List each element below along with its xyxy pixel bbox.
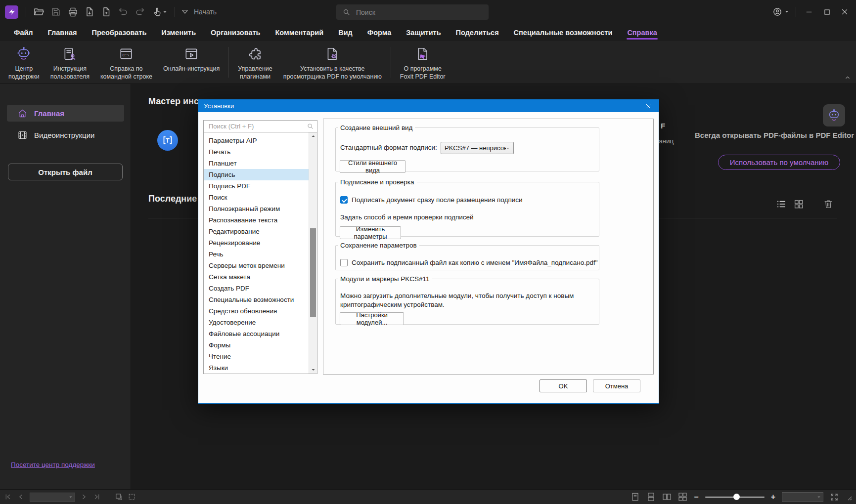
save-icon[interactable]: [48, 4, 63, 19]
list-scrollbar[interactable]: [309, 132, 317, 374]
scroll-down-icon[interactable]: [309, 366, 317, 374]
preferences-search-input[interactable]: [208, 122, 307, 130]
category-item-selected[interactable]: Подпись: [204, 169, 309, 180]
print-icon[interactable]: [65, 4, 80, 19]
signature-format-dropdown[interactable]: PKCS#7 — неприсоедине: [441, 142, 514, 154]
zoom-level-dropdown[interactable]: [782, 492, 823, 502]
cancel-button[interactable]: Отмена: [593, 379, 640, 392]
dialog-close-icon[interactable]: [638, 100, 659, 112]
maximize-icon[interactable]: [818, 4, 835, 19]
export-document-icon[interactable]: [82, 4, 97, 19]
scroll-up-icon[interactable]: [309, 132, 317, 140]
hand-tool-icon[interactable]: [149, 4, 169, 19]
category-item[interactable]: Распознавание текста: [204, 214, 309, 226]
facing-continuous-view-icon[interactable]: [678, 492, 687, 502]
appearance-styles-button[interactable]: Стили внешнего вида: [340, 160, 405, 173]
single-page-view-icon[interactable]: [631, 492, 640, 502]
category-item[interactable]: Поиск: [204, 192, 309, 203]
fullscreen-icon[interactable]: [830, 493, 839, 502]
category-item[interactable]: Серверы меток времени: [204, 260, 309, 271]
command-line-help-button[interactable]: C:\ Справка покомандной строке: [95, 41, 158, 84]
menu-edit[interactable]: Изменить: [154, 25, 203, 40]
trash-icon[interactable]: [822, 198, 834, 210]
menu-home[interactable]: Главная: [41, 25, 85, 40]
category-item[interactable]: Сетка макета: [204, 271, 309, 283]
zoom-out-icon[interactable]: −: [694, 493, 698, 501]
preferences-search-box[interactable]: [203, 120, 317, 132]
last-page-icon[interactable]: [92, 493, 101, 501]
category-item[interactable]: Подпись PDF: [204, 180, 309, 192]
menu-file[interactable]: Файл: [6, 25, 41, 40]
zoom-slider[interactable]: [705, 497, 765, 498]
use-as-default-button[interactable]: Использовать по умолчанию: [718, 155, 840, 170]
redo-icon[interactable]: [133, 4, 147, 19]
sidebar-item-home[interactable]: Главная: [7, 105, 124, 122]
page-number-dropdown[interactable]: [30, 493, 75, 502]
zoom-in-icon[interactable]: +: [771, 493, 775, 501]
category-item[interactable]: Чтение: [204, 351, 309, 362]
category-item[interactable]: Удостоверение: [204, 317, 309, 328]
sidebar-item-video-tutorials[interactable]: Видеоинструкции: [7, 126, 124, 143]
tool-wizard-icon[interactable]: [157, 130, 178, 151]
next-page-icon[interactable]: [80, 493, 88, 501]
dialog-titlebar[interactable]: Установки: [198, 100, 659, 112]
sign-immediately-checkbox[interactable]: [340, 196, 348, 204]
menu-accessibility[interactable]: Специальные возможности: [506, 25, 620, 40]
category-item[interactable]: Редактирование: [204, 226, 309, 237]
menu-protect[interactable]: Защитить: [399, 25, 448, 40]
open-file-icon[interactable]: [32, 4, 46, 19]
menu-convert[interactable]: Преобразовать: [85, 25, 154, 40]
category-item[interactable]: Речь: [204, 249, 309, 260]
snapshot-icon[interactable]: [115, 493, 123, 501]
first-page-icon[interactable]: [4, 493, 12, 501]
close-icon[interactable]: [836, 4, 853, 19]
previous-page-icon[interactable]: [17, 493, 25, 501]
menu-help[interactable]: Справка: [620, 25, 664, 40]
category-item[interactable]: Формы: [204, 339, 309, 351]
about-foxit-button[interactable]: О программеFoxit PDF Editor: [395, 41, 451, 84]
undo-icon[interactable]: [116, 4, 131, 19]
collapse-ribbon-icon[interactable]: [844, 74, 851, 81]
support-center-link[interactable]: Посетите центр поддержки: [11, 461, 95, 468]
module-settings-button[interactable]: Настройки модулей...: [340, 312, 404, 325]
account-icon[interactable]: [769, 4, 791, 19]
change-settings-button[interactable]: Изменить параметры: [340, 226, 401, 239]
category-item[interactable]: Языки: [204, 362, 309, 374]
menu-comment[interactable]: Комментарий: [268, 25, 331, 40]
ok-button[interactable]: OK: [540, 379, 587, 392]
save-signed-copy-checkbox[interactable]: [340, 259, 348, 266]
grid-view-icon[interactable]: [793, 198, 805, 210]
continuous-view-icon[interactable]: [646, 492, 656, 502]
clipboard-select-icon[interactable]: [128, 493, 136, 501]
online-tutorial-button[interactable]: Онлайн-инструкция: [158, 41, 225, 84]
minimize-icon[interactable]: [801, 4, 817, 19]
ai-assistant-icon[interactable]: [823, 104, 845, 126]
facing-view-icon[interactable]: [662, 492, 672, 502]
category-item[interactable]: Средство обновления: [204, 305, 309, 317]
category-item[interactable]: Полноэкранный режим: [204, 203, 309, 214]
menu-share[interactable]: Поделиться: [449, 25, 506, 40]
menu-form[interactable]: Форма: [360, 25, 399, 40]
new-document-icon[interactable]: [99, 4, 114, 19]
category-item[interactable]: Планшет: [204, 158, 309, 169]
category-item[interactable]: Файловые ассоциации: [204, 328, 309, 339]
zoom-slider-knob[interactable]: [733, 494, 740, 500]
user-manual-button[interactable]: Инструкцияпользователя: [45, 41, 95, 84]
list-view-icon[interactable]: [775, 198, 787, 210]
category-item[interactable]: Печать: [204, 146, 309, 158]
menu-organize[interactable]: Организовать: [203, 25, 268, 40]
category-item[interactable]: Специальные возможности: [204, 294, 309, 305]
category-item[interactable]: Рецензирование: [204, 237, 309, 249]
resize-grip[interactable]: [845, 494, 852, 501]
category-item[interactable]: Создать PDF: [204, 283, 309, 294]
global-search-input[interactable]: [355, 8, 483, 17]
menu-view[interactable]: Вид: [331, 25, 360, 40]
support-center-button[interactable]: Центрподдержки: [3, 41, 45, 84]
scrollbar-thumb[interactable]: [310, 228, 316, 317]
global-search-box[interactable]: [336, 4, 489, 20]
open-file-button[interactable]: Открыть файл: [8, 164, 123, 180]
category-item[interactable]: Параметры AIP: [204, 135, 309, 146]
start-menu-button[interactable]: Начать: [180, 7, 217, 16]
set-default-viewer-button[interactable]: Установить в качествепросмотрщика PDF по…: [278, 41, 387, 84]
manage-plugins-button[interactable]: Управлениеплагинами: [232, 41, 278, 84]
